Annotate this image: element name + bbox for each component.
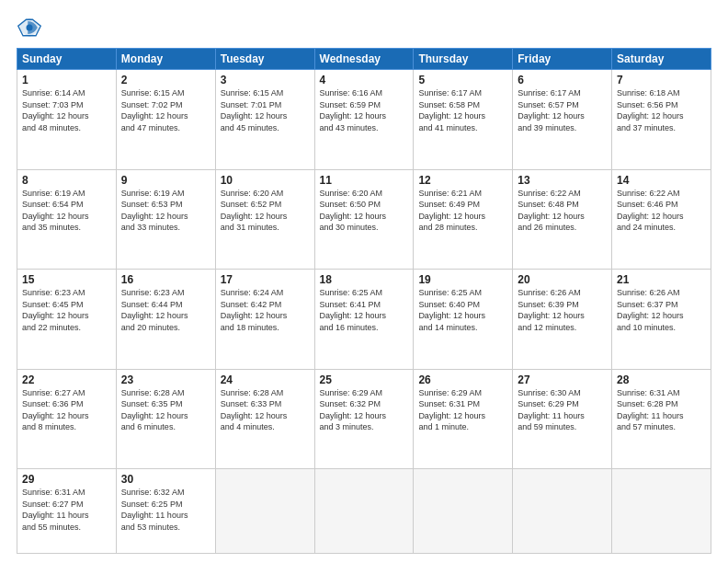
calendar-cell: 24Sunrise: 6:28 AM Sunset: 6:33 PM Dayli… [215,369,314,469]
calendar-cell: 28Sunrise: 6:31 AM Sunset: 6:28 PM Dayli… [612,369,711,469]
day-info: Sunrise: 6:19 AM Sunset: 6:53 PM Dayligh… [121,188,210,234]
day-info: Sunrise: 6:29 AM Sunset: 6:32 PM Dayligh… [320,387,409,433]
day-info: Sunrise: 6:15 AM Sunset: 7:02 PM Dayligh… [121,87,210,133]
day-number: 9 [121,174,210,187]
page: SundayMondayTuesdayWednesdayThursdayFrid… [0,0,728,563]
day-number: 16 [121,273,210,286]
day-info: Sunrise: 6:23 AM Sunset: 6:45 PM Dayligh… [22,287,111,333]
calendar-cell: 21Sunrise: 6:26 AM Sunset: 6:37 PM Dayli… [612,270,711,370]
calendar-cell: 18Sunrise: 6:25 AM Sunset: 6:41 PM Dayli… [314,270,414,370]
calendar-cell: 11Sunrise: 6:20 AM Sunset: 6:50 PM Dayli… [314,169,414,270]
day-info: Sunrise: 6:26 AM Sunset: 6:37 PM Dayligh… [617,287,706,333]
calendar-cell: 23Sunrise: 6:28 AM Sunset: 6:35 PM Dayli… [116,369,215,469]
calendar-cell: 27Sunrise: 6:30 AM Sunset: 6:29 PM Dayli… [513,369,612,469]
day-info: Sunrise: 6:23 AM Sunset: 6:44 PM Dayligh… [121,287,210,333]
day-number: 18 [320,273,409,286]
calendar-cell: 19Sunrise: 6:25 AM Sunset: 6:40 PM Dayli… [414,270,513,370]
day-number: 4 [320,74,409,86]
header-cell-wednesday: Wednesday [314,49,414,70]
week-row-1: 1Sunrise: 6:14 AM Sunset: 7:03 PM Daylig… [17,70,711,170]
day-number: 12 [418,174,507,187]
day-info: Sunrise: 6:26 AM Sunset: 6:39 PM Dayligh… [518,287,607,333]
day-info: Sunrise: 6:25 AM Sunset: 6:40 PM Dayligh… [418,287,507,333]
calendar-cell [314,469,414,554]
calendar-cell: 8Sunrise: 6:19 AM Sunset: 6:54 PM Daylig… [17,169,117,270]
calendar-cell: 3Sunrise: 6:15 AM Sunset: 7:01 PM Daylig… [215,70,314,170]
day-number: 14 [617,174,706,187]
day-number: 17 [221,273,310,286]
header [17,15,711,40]
week-row-4: 22Sunrise: 6:27 AM Sunset: 6:36 PM Dayli… [17,369,711,469]
day-info: Sunrise: 6:27 AM Sunset: 6:36 PM Dayligh… [22,387,111,433]
calendar-cell [215,469,314,554]
day-number: 21 [617,273,706,286]
day-number: 20 [518,273,607,286]
day-info: Sunrise: 6:25 AM Sunset: 6:41 PM Dayligh… [320,287,409,333]
day-number: 2 [121,74,210,86]
calendar-cell: 17Sunrise: 6:24 AM Sunset: 6:42 PM Dayli… [215,270,314,370]
calendar-cell: 30Sunrise: 6:32 AM Sunset: 6:25 PM Dayli… [116,469,215,554]
week-row-2: 8Sunrise: 6:19 AM Sunset: 6:54 PM Daylig… [17,169,711,270]
calendar-cell: 14Sunrise: 6:22 AM Sunset: 6:46 PM Dayli… [612,169,711,270]
week-row-3: 15Sunrise: 6:23 AM Sunset: 6:45 PM Dayli… [17,270,711,370]
day-number: 26 [418,373,507,386]
week-row-5: 29Sunrise: 6:31 AM Sunset: 6:27 PM Dayli… [17,469,711,554]
day-info: Sunrise: 6:31 AM Sunset: 6:27 PM Dayligh… [22,487,111,533]
calendar-header: SundayMondayTuesdayWednesdayThursdayFrid… [17,49,711,70]
day-number: 29 [22,473,111,486]
day-info: Sunrise: 6:29 AM Sunset: 6:31 PM Dayligh… [418,387,507,433]
header-cell-thursday: Thursday [414,49,513,70]
day-info: Sunrise: 6:24 AM Sunset: 6:42 PM Dayligh… [221,287,310,333]
calendar-cell [414,469,513,554]
day-info: Sunrise: 6:20 AM Sunset: 6:50 PM Dayligh… [320,188,409,234]
day-info: Sunrise: 6:20 AM Sunset: 6:52 PM Dayligh… [221,188,310,234]
calendar-cell: 6Sunrise: 6:17 AM Sunset: 6:57 PM Daylig… [513,70,612,170]
day-number: 7 [617,74,706,86]
day-number: 6 [518,74,607,86]
day-info: Sunrise: 6:32 AM Sunset: 6:25 PM Dayligh… [121,487,210,533]
calendar-cell [513,469,612,554]
day-info: Sunrise: 6:22 AM Sunset: 6:46 PM Dayligh… [617,188,706,234]
calendar-body: 1Sunrise: 6:14 AM Sunset: 7:03 PM Daylig… [17,70,711,554]
day-info: Sunrise: 6:21 AM Sunset: 6:49 PM Dayligh… [418,188,507,234]
logo-icon [17,15,42,40]
day-info: Sunrise: 6:28 AM Sunset: 6:33 PM Dayligh… [221,387,310,433]
calendar-cell: 22Sunrise: 6:27 AM Sunset: 6:36 PM Dayli… [17,369,117,469]
calendar-cell: 15Sunrise: 6:23 AM Sunset: 6:45 PM Dayli… [17,270,117,370]
calendar-cell: 26Sunrise: 6:29 AM Sunset: 6:31 PM Dayli… [414,369,513,469]
header-cell-saturday: Saturday [612,49,711,70]
header-cell-friday: Friday [513,49,612,70]
day-number: 23 [121,373,210,386]
day-info: Sunrise: 6:17 AM Sunset: 6:58 PM Dayligh… [418,87,507,133]
calendar-cell: 29Sunrise: 6:31 AM Sunset: 6:27 PM Dayli… [17,469,117,554]
calendar-cell: 25Sunrise: 6:29 AM Sunset: 6:32 PM Dayli… [314,369,414,469]
header-row: SundayMondayTuesdayWednesdayThursdayFrid… [17,49,711,70]
calendar-cell: 20Sunrise: 6:26 AM Sunset: 6:39 PM Dayli… [513,270,612,370]
calendar-cell: 7Sunrise: 6:18 AM Sunset: 6:56 PM Daylig… [612,70,711,170]
day-number: 10 [221,174,310,187]
calendar-cell: 12Sunrise: 6:21 AM Sunset: 6:49 PM Dayli… [414,169,513,270]
day-number: 3 [221,74,310,86]
calendar-cell: 5Sunrise: 6:17 AM Sunset: 6:58 PM Daylig… [414,70,513,170]
svg-point-2 [27,25,33,31]
day-info: Sunrise: 6:31 AM Sunset: 6:28 PM Dayligh… [617,387,706,433]
day-number: 30 [121,473,210,486]
calendar-cell: 13Sunrise: 6:22 AM Sunset: 6:48 PM Dayli… [513,169,612,270]
day-number: 25 [320,373,409,386]
day-number: 22 [22,373,111,386]
day-info: Sunrise: 6:19 AM Sunset: 6:54 PM Dayligh… [22,188,111,234]
day-number: 19 [418,273,507,286]
day-number: 1 [22,74,111,86]
day-number: 11 [320,174,409,187]
header-cell-monday: Monday [116,49,215,70]
calendar-cell: 10Sunrise: 6:20 AM Sunset: 6:52 PM Dayli… [215,169,314,270]
header-cell-tuesday: Tuesday [215,49,314,70]
day-info: Sunrise: 6:22 AM Sunset: 6:48 PM Dayligh… [518,188,607,234]
day-number: 15 [22,273,111,286]
calendar-cell: 4Sunrise: 6:16 AM Sunset: 6:59 PM Daylig… [314,70,414,170]
calendar-cell: 1Sunrise: 6:14 AM Sunset: 7:03 PM Daylig… [17,70,117,170]
day-number: 5 [418,74,507,86]
day-number: 8 [22,174,111,187]
day-info: Sunrise: 6:30 AM Sunset: 6:29 PM Dayligh… [518,387,607,433]
calendar-table: SundayMondayTuesdayWednesdayThursdayFrid… [17,48,711,554]
